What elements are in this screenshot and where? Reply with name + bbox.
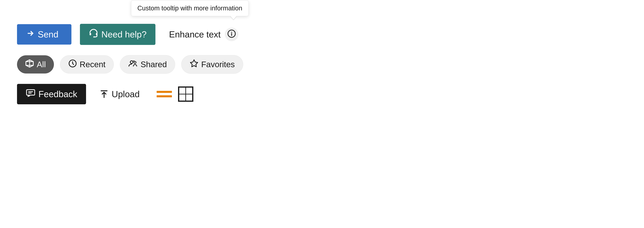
- headset-icon: [89, 29, 98, 40]
- feedback-icon: [26, 89, 35, 100]
- svg-marker-12: [190, 60, 198, 67]
- grid-view-button[interactable]: [178, 86, 193, 102]
- info-button[interactable]: Custom tooltip with more information: [225, 28, 238, 41]
- svg-point-2: [93, 36, 94, 38]
- feedback-button[interactable]: Feedback: [17, 84, 86, 104]
- view-toggle: [156, 86, 193, 102]
- clock-icon: [68, 59, 77, 70]
- pill-shared-label: Shared: [140, 60, 167, 69]
- enhance-text-group: Enhance text Custom tooltip with more in…: [169, 28, 238, 41]
- svg-rect-0: [90, 33, 91, 35]
- filter-pills: All Recent Shared: [17, 55, 243, 74]
- list-view-button[interactable]: [156, 91, 172, 97]
- pill-recent-label: Recent: [80, 60, 106, 69]
- grid-cell: [179, 87, 186, 94]
- svg-point-11: [134, 61, 136, 64]
- star-icon: [190, 59, 198, 70]
- people-icon: [128, 59, 138, 70]
- action-row: Feedback Upload: [17, 84, 243, 104]
- grid-cell: [186, 94, 192, 101]
- pill-shared[interactable]: Shared: [120, 55, 175, 74]
- need-help-label: Need help?: [101, 29, 146, 40]
- svg-rect-1: [96, 33, 98, 35]
- pill-favorites[interactable]: Favorites: [181, 55, 243, 74]
- upload-label: Upload: [112, 89, 140, 99]
- upload-button[interactable]: Upload: [100, 89, 140, 99]
- pill-all-label: All: [37, 60, 46, 69]
- upload-icon: [100, 89, 108, 99]
- send-icon: [26, 29, 35, 40]
- tooltip: Custom tooltip with more information: [131, 0, 248, 16]
- info-icon: [227, 29, 236, 40]
- line-bar-bottom: [156, 95, 172, 97]
- grid-cell: [179, 94, 186, 101]
- svg-point-10: [130, 61, 133, 64]
- tooltip-text: Custom tooltip with more information: [138, 5, 242, 12]
- svg-rect-13: [26, 90, 35, 95]
- pill-favorites-label: Favorites: [201, 60, 235, 69]
- grid-cell: [186, 87, 192, 94]
- line-bar-top: [156, 91, 172, 93]
- feedback-label: Feedback: [38, 89, 77, 99]
- pill-all[interactable]: All: [17, 55, 54, 74]
- send-label: Send: [38, 29, 58, 40]
- enhance-text-label: Enhance text: [169, 29, 221, 40]
- pill-recent[interactable]: Recent: [60, 55, 114, 74]
- svg-point-5: [231, 32, 232, 33]
- cube-icon: [25, 59, 34, 70]
- need-help-button[interactable]: Need help?: [80, 24, 156, 45]
- send-button[interactable]: Send: [17, 24, 72, 45]
